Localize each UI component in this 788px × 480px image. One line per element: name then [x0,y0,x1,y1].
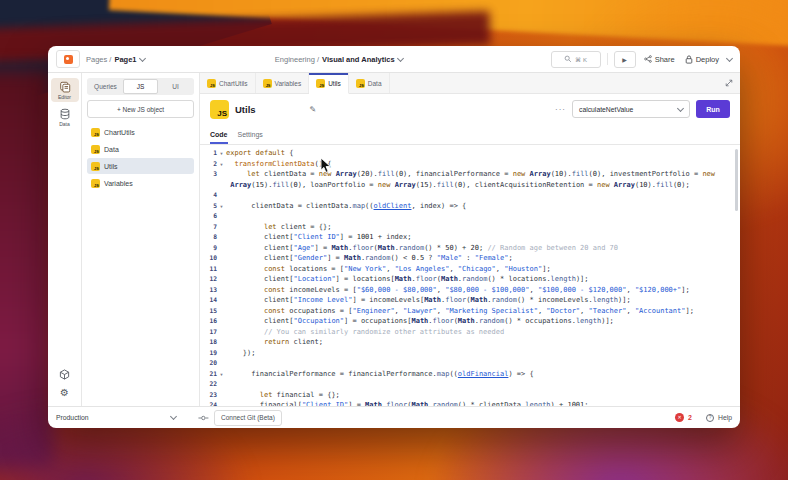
share-label: Share [655,55,675,64]
code-text: financial["Client ID"] = Math.floor(Math… [226,400,589,406]
segment-queries[interactable]: Queries [88,79,123,94]
line-number: 12 [200,274,217,285]
code-editor[interactable]: 1▼export default {2▼ transformClientData… [200,145,740,406]
code-line: 14 client["Income Level"] = incomeLevels… [200,295,740,306]
file-item-utils[interactable]: JSUtils [87,158,194,174]
code-text: client["Client ID"] = 1001 + index; [226,232,411,243]
error-count-badge[interactable]: 2 [688,414,692,421]
js-object-header: JS Utils ✎ ··· calculateNetValue Run [200,94,740,124]
top-bar: Pages / Page1 Engineering / Visual and A… [48,46,740,73]
fold-gutter [217,211,226,222]
js-object-icon: JS [210,100,229,119]
app-logo[interactable] [56,50,80,68]
code-line: 12 client["Location"] = locations[Math.f… [200,274,740,285]
line-number: 1 [200,148,217,159]
js-file-icon: JS [356,79,365,88]
code-line: 23 let financial = {}; [200,390,740,401]
expand-icon[interactable] [725,79,733,87]
desktop-wallpaper: Pages / Page1 Engineering / Visual and A… [0,0,788,480]
js-object-title[interactable]: Utils [235,104,256,115]
line-number: 24 [200,400,217,406]
fold-gutter [217,264,226,275]
code-text: client["Gender"] = Math.random() < 0.5 ?… [226,253,513,264]
code-text: let client = {}; [226,222,331,233]
line-number: 2 [200,159,217,170]
line-number: 20 [200,358,217,369]
settings-gear-icon[interactable]: ⚙ [60,388,69,398]
file-item-chartutils[interactable]: JSChartUtils [87,124,194,140]
js-file-icon: JS [91,128,100,137]
run-button[interactable]: Run [696,100,730,118]
file-name: Variables [104,180,133,187]
search-shortcut: ⌘ K [575,56,587,63]
libraries-cube-icon[interactable] [59,369,70,380]
segment-js[interactable]: JS [123,79,158,94]
line-number: 14 [200,295,217,306]
tab-settings[interactable]: Settings [238,131,263,144]
code-settings-tabs: Code Settings [200,124,740,145]
share-button[interactable]: Share [642,55,677,64]
fold-gutter [217,169,226,180]
file-name: Utils [104,163,118,170]
line-number: 7 [200,222,217,233]
code-text: transformClientData() { [226,159,331,170]
errors-icon[interactable]: ✕ [675,413,684,422]
editor-tab-variables[interactable]: JSVariables [256,73,310,93]
editor-tab-chartutils[interactable]: JSChartUtils [200,73,256,93]
line-number: 23 [200,390,217,401]
file-name: Data [104,146,119,153]
fold-arrow-icon[interactable]: ▼ [217,369,226,380]
code-text: export default { [226,148,293,159]
line-number: 18 [200,337,217,348]
connect-git-button[interactable]: Connect Git (Beta) [214,410,282,426]
preview-button[interactable]: ▶ [614,51,636,68]
mouse-cursor [320,157,332,174]
fold-gutter [217,358,226,369]
code-line: 24 financial["Client ID"] = Math.floor(M… [200,400,740,406]
breadcrumb[interactable]: Pages / Page1 [86,55,145,64]
environment-select[interactable]: Production [56,414,176,421]
rail-data-label: Data [59,121,70,127]
fold-gutter [217,400,226,406]
code-line: 17 // You can similarly randomize other … [200,327,740,338]
edit-name-pencil-icon[interactable]: ✎ [310,105,317,114]
function-select[interactable]: calculateNetValue [572,100,690,118]
code-line: 13 const incomeLevels = ["$60,000 - $80,… [200,285,740,296]
deploy-button[interactable]: Deploy [683,55,721,64]
fold-arrow-icon[interactable]: ▼ [217,148,226,159]
code-text: financialPerformance = financialPerforma… [226,369,534,380]
play-icon: ▶ [622,56,627,63]
new-js-object-button[interactable]: + New JS object [87,100,194,118]
fold-arrow-icon[interactable]: ▼ [217,201,226,212]
app-window: Pages / Page1 Engineering / Visual and A… [48,46,740,428]
fold-arrow-icon[interactable]: ▼ [217,159,226,170]
file-item-data[interactable]: JSData [87,141,194,157]
line-number: 9 [200,243,217,254]
code-text: }); [226,348,256,359]
editor-tab-utils[interactable]: JSUtils [309,73,349,94]
rail-item-data[interactable]: Data [51,105,79,129]
tab-code[interactable]: Code [210,131,228,144]
line-number: 19 [200,348,217,359]
scrollbar-thumb[interactable] [735,149,738,211]
editor-tab-data[interactable]: JSData [349,73,390,93]
fold-gutter [217,316,226,327]
left-rail: Editor Data ⚙ [48,73,82,406]
segment-ui[interactable]: UI [158,79,193,94]
search-button[interactable]: ⌘ K [551,51,601,68]
fold-gutter [217,285,226,296]
deploy-menu-chevron-icon[interactable] [726,54,733,61]
code-text: const occupations = ["Engineer", "Lawyer… [226,306,694,317]
file-item-variables[interactable]: JSVariables [87,175,194,191]
deploy-label: Deploy [696,55,719,64]
app-breadcrumb[interactable]: Engineering / Visual and Analytics [275,55,403,64]
wallpaper-shape [109,0,788,50]
help-icon[interactable]: ? [706,414,714,422]
code-text: client["Income Level"] = incomeLevels[Ma… [226,295,631,306]
tab-label: ChartUtils [219,80,248,87]
help-label[interactable]: Help [718,414,732,421]
more-actions-button[interactable]: ··· [555,105,566,114]
rail-item-editor[interactable]: Editor [51,78,79,102]
line-number: 22 [200,379,217,390]
line-number: 16 [200,316,217,327]
